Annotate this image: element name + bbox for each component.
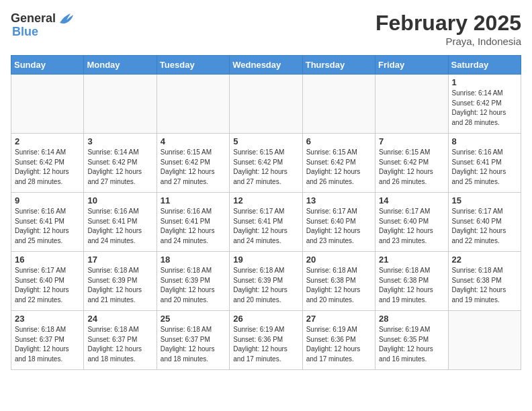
cell-info: Sunrise: 6:16 AM Sunset: 6:41 PM Dayligh… [161, 207, 226, 246]
table-row: 10Sunrise: 6:16 AM Sunset: 6:41 PM Dayli… [84, 193, 157, 252]
day-number: 19 [233, 255, 298, 265]
logo-bird-icon [57, 11, 76, 26]
day-number: 5 [233, 136, 298, 146]
cell-info: Sunrise: 6:14 AM Sunset: 6:42 PM Dayligh… [452, 89, 517, 128]
cell-info: Sunrise: 6:15 AM Sunset: 6:42 PM Dayligh… [306, 148, 371, 187]
cell-info: Sunrise: 6:18 AM Sunset: 6:39 PM Dayligh… [87, 266, 152, 305]
calendar-week-row: 9Sunrise: 6:16 AM Sunset: 6:41 PM Daylig… [11, 193, 521, 252]
day-number: 16 [15, 255, 80, 265]
cell-info: Sunrise: 6:19 AM Sunset: 6:36 PM Dayligh… [233, 325, 298, 364]
table-row: 13Sunrise: 6:17 AM Sunset: 6:40 PM Dayli… [302, 193, 375, 252]
table-row: 28Sunrise: 6:19 AM Sunset: 6:35 PM Dayli… [375, 311, 448, 370]
cell-info: Sunrise: 6:19 AM Sunset: 6:35 PM Dayligh… [379, 325, 444, 364]
calendar-table: Sunday Monday Tuesday Wednesday Thursday… [11, 55, 521, 370]
day-number: 7 [379, 136, 444, 146]
day-number: 17 [87, 255, 152, 265]
cell-info: Sunrise: 6:17 AM Sunset: 6:40 PM Dayligh… [306, 207, 371, 246]
calendar-week-row: 1Sunrise: 6:14 AM Sunset: 6:42 PM Daylig… [11, 75, 521, 134]
cell-info: Sunrise: 6:18 AM Sunset: 6:37 PM Dayligh… [161, 325, 226, 364]
table-row: 9Sunrise: 6:16 AM Sunset: 6:41 PM Daylig… [11, 193, 84, 252]
day-number: 3 [87, 136, 152, 146]
cell-info: Sunrise: 6:18 AM Sunset: 6:37 PM Dayligh… [15, 325, 80, 364]
table-row: 11Sunrise: 6:16 AM Sunset: 6:41 PM Dayli… [157, 193, 229, 252]
cell-info: Sunrise: 6:14 AM Sunset: 6:42 PM Dayligh… [15, 148, 80, 187]
day-number: 25 [161, 314, 226, 324]
table-row: 14Sunrise: 6:17 AM Sunset: 6:40 PM Dayli… [375, 193, 448, 252]
logo-text-general: General [11, 12, 56, 24]
day-number: 18 [161, 255, 226, 265]
day-number: 6 [306, 136, 371, 146]
cell-info: Sunrise: 6:18 AM Sunset: 6:38 PM Dayligh… [452, 266, 517, 305]
day-number: 13 [306, 195, 371, 205]
title-area: February 2025 Praya, Indonesia [375, 11, 521, 47]
day-number: 27 [306, 314, 371, 324]
day-number: 1 [452, 77, 517, 87]
header-monday: Monday [84, 56, 157, 75]
table-row: 15Sunrise: 6:17 AM Sunset: 6:40 PM Dayli… [448, 193, 521, 252]
day-number: 2 [15, 136, 80, 146]
table-row: 3Sunrise: 6:14 AM Sunset: 6:42 PM Daylig… [84, 134, 157, 193]
day-number: 21 [379, 255, 444, 265]
day-number: 23 [15, 314, 80, 324]
table-row: 6Sunrise: 6:15 AM Sunset: 6:42 PM Daylig… [302, 134, 375, 193]
cell-info: Sunrise: 6:17 AM Sunset: 6:40 PM Dayligh… [452, 207, 517, 246]
table-row: 18Sunrise: 6:18 AM Sunset: 6:39 PM Dayli… [157, 252, 229, 311]
cell-info: Sunrise: 6:16 AM Sunset: 6:41 PM Dayligh… [87, 207, 152, 246]
day-number: 22 [452, 255, 517, 265]
cell-info: Sunrise: 6:17 AM Sunset: 6:41 PM Dayligh… [233, 207, 298, 246]
header-sunday: Sunday [11, 56, 84, 75]
cell-info: Sunrise: 6:18 AM Sunset: 6:39 PM Dayligh… [161, 266, 226, 305]
table-row [157, 75, 229, 134]
cell-info: Sunrise: 6:17 AM Sunset: 6:40 PM Dayligh… [379, 207, 444, 246]
location-title: Praya, Indonesia [375, 36, 521, 47]
day-number: 4 [161, 136, 226, 146]
calendar-week-row: 2Sunrise: 6:14 AM Sunset: 6:42 PM Daylig… [11, 134, 521, 193]
table-row: 7Sunrise: 6:15 AM Sunset: 6:42 PM Daylig… [375, 134, 448, 193]
table-row [448, 311, 521, 370]
calendar-header-row: Sunday Monday Tuesday Wednesday Thursday… [11, 56, 521, 75]
cell-info: Sunrise: 6:16 AM Sunset: 6:41 PM Dayligh… [15, 207, 80, 246]
day-number: 20 [306, 255, 371, 265]
table-row [11, 75, 84, 134]
table-row: 2Sunrise: 6:14 AM Sunset: 6:42 PM Daylig… [11, 134, 84, 193]
cell-info: Sunrise: 6:18 AM Sunset: 6:39 PM Dayligh… [233, 266, 298, 305]
table-row [375, 75, 448, 134]
day-number: 12 [233, 195, 298, 205]
calendar-week-row: 16Sunrise: 6:17 AM Sunset: 6:40 PM Dayli… [11, 252, 521, 311]
table-row: 21Sunrise: 6:18 AM Sunset: 6:38 PM Dayli… [375, 252, 448, 311]
table-row: 8Sunrise: 6:16 AM Sunset: 6:41 PM Daylig… [448, 134, 521, 193]
calendar-week-row: 23Sunrise: 6:18 AM Sunset: 6:37 PM Dayli… [11, 311, 521, 370]
cell-info: Sunrise: 6:19 AM Sunset: 6:36 PM Dayligh… [306, 325, 371, 364]
header-tuesday: Tuesday [157, 56, 229, 75]
header: General Blue February 2025 Praya, Indone… [11, 11, 521, 47]
table-row: 1Sunrise: 6:14 AM Sunset: 6:42 PM Daylig… [448, 75, 521, 134]
table-row [84, 75, 157, 134]
table-row: 26Sunrise: 6:19 AM Sunset: 6:36 PM Dayli… [230, 311, 302, 370]
logo: General Blue [11, 11, 76, 38]
table-row: 25Sunrise: 6:18 AM Sunset: 6:37 PM Dayli… [157, 311, 229, 370]
table-row [230, 75, 302, 134]
header-saturday: Saturday [448, 56, 521, 75]
day-number: 11 [161, 195, 226, 205]
table-row [302, 75, 375, 134]
cell-info: Sunrise: 6:14 AM Sunset: 6:42 PM Dayligh… [87, 148, 152, 187]
table-row: 5Sunrise: 6:15 AM Sunset: 6:42 PM Daylig… [230, 134, 302, 193]
month-title: February 2025 [375, 11, 521, 36]
header-wednesday: Wednesday [230, 56, 302, 75]
cell-info: Sunrise: 6:15 AM Sunset: 6:42 PM Dayligh… [233, 148, 298, 187]
logo-text-blue: Blue [11, 26, 76, 38]
table-row: 19Sunrise: 6:18 AM Sunset: 6:39 PM Dayli… [230, 252, 302, 311]
table-row: 12Sunrise: 6:17 AM Sunset: 6:41 PM Dayli… [230, 193, 302, 252]
day-number: 14 [379, 195, 444, 205]
table-row: 17Sunrise: 6:18 AM Sunset: 6:39 PM Dayli… [84, 252, 157, 311]
day-number: 9 [15, 195, 80, 205]
header-friday: Friday [375, 56, 448, 75]
day-number: 24 [87, 314, 152, 324]
day-number: 26 [233, 314, 298, 324]
cell-info: Sunrise: 6:17 AM Sunset: 6:40 PM Dayligh… [15, 266, 80, 305]
table-row: 16Sunrise: 6:17 AM Sunset: 6:40 PM Dayli… [11, 252, 84, 311]
table-row: 22Sunrise: 6:18 AM Sunset: 6:38 PM Dayli… [448, 252, 521, 311]
cell-info: Sunrise: 6:18 AM Sunset: 6:38 PM Dayligh… [379, 266, 444, 305]
day-number: 10 [87, 195, 152, 205]
table-row: 4Sunrise: 6:15 AM Sunset: 6:42 PM Daylig… [157, 134, 229, 193]
